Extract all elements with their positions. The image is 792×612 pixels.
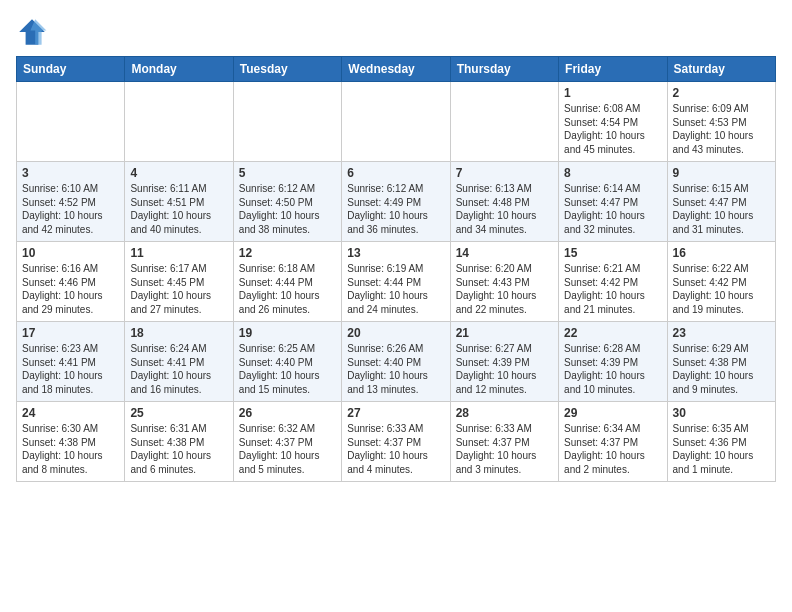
page-header xyxy=(16,16,776,48)
day-number: 6 xyxy=(347,166,444,180)
day-number: 7 xyxy=(456,166,553,180)
cell-info: Sunrise: 6:30 AM Sunset: 4:38 PM Dayligh… xyxy=(22,422,119,476)
logo xyxy=(16,16,52,48)
calendar-cell: 27Sunrise: 6:33 AM Sunset: 4:37 PM Dayli… xyxy=(342,402,450,482)
calendar-table: SundayMondayTuesdayWednesdayThursdayFrid… xyxy=(16,56,776,482)
day-number: 11 xyxy=(130,246,227,260)
calendar-cell: 6Sunrise: 6:12 AM Sunset: 4:49 PM Daylig… xyxy=(342,162,450,242)
day-number: 20 xyxy=(347,326,444,340)
calendar-cell: 17Sunrise: 6:23 AM Sunset: 4:41 PM Dayli… xyxy=(17,322,125,402)
calendar-cell: 8Sunrise: 6:14 AM Sunset: 4:47 PM Daylig… xyxy=(559,162,667,242)
day-number: 12 xyxy=(239,246,336,260)
day-number: 22 xyxy=(564,326,661,340)
cell-info: Sunrise: 6:17 AM Sunset: 4:45 PM Dayligh… xyxy=(130,262,227,316)
day-number: 29 xyxy=(564,406,661,420)
day-number: 2 xyxy=(673,86,770,100)
day-number: 8 xyxy=(564,166,661,180)
weekday-header: Saturday xyxy=(667,57,775,82)
calendar-cell xyxy=(342,82,450,162)
weekday-header: Sunday xyxy=(17,57,125,82)
calendar-cell: 15Sunrise: 6:21 AM Sunset: 4:42 PM Dayli… xyxy=(559,242,667,322)
calendar-cell: 9Sunrise: 6:15 AM Sunset: 4:47 PM Daylig… xyxy=(667,162,775,242)
calendar-cell: 13Sunrise: 6:19 AM Sunset: 4:44 PM Dayli… xyxy=(342,242,450,322)
cell-info: Sunrise: 6:23 AM Sunset: 4:41 PM Dayligh… xyxy=(22,342,119,396)
cell-info: Sunrise: 6:20 AM Sunset: 4:43 PM Dayligh… xyxy=(456,262,553,316)
weekday-header: Thursday xyxy=(450,57,558,82)
cell-info: Sunrise: 6:16 AM Sunset: 4:46 PM Dayligh… xyxy=(22,262,119,316)
day-number: 4 xyxy=(130,166,227,180)
calendar-cell: 4Sunrise: 6:11 AM Sunset: 4:51 PM Daylig… xyxy=(125,162,233,242)
day-number: 25 xyxy=(130,406,227,420)
calendar-cell: 22Sunrise: 6:28 AM Sunset: 4:39 PM Dayli… xyxy=(559,322,667,402)
cell-info: Sunrise: 6:24 AM Sunset: 4:41 PM Dayligh… xyxy=(130,342,227,396)
cell-info: Sunrise: 6:28 AM Sunset: 4:39 PM Dayligh… xyxy=(564,342,661,396)
calendar-cell: 16Sunrise: 6:22 AM Sunset: 4:42 PM Dayli… xyxy=(667,242,775,322)
calendar-cell xyxy=(450,82,558,162)
weekday-header: Friday xyxy=(559,57,667,82)
cell-info: Sunrise: 6:21 AM Sunset: 4:42 PM Dayligh… xyxy=(564,262,661,316)
weekday-header: Monday xyxy=(125,57,233,82)
day-number: 3 xyxy=(22,166,119,180)
cell-info: Sunrise: 6:34 AM Sunset: 4:37 PM Dayligh… xyxy=(564,422,661,476)
day-number: 21 xyxy=(456,326,553,340)
calendar-cell xyxy=(17,82,125,162)
calendar-cell: 26Sunrise: 6:32 AM Sunset: 4:37 PM Dayli… xyxy=(233,402,341,482)
calendar-cell: 10Sunrise: 6:16 AM Sunset: 4:46 PM Dayli… xyxy=(17,242,125,322)
cell-info: Sunrise: 6:08 AM Sunset: 4:54 PM Dayligh… xyxy=(564,102,661,156)
calendar-cell: 25Sunrise: 6:31 AM Sunset: 4:38 PM Dayli… xyxy=(125,402,233,482)
day-number: 13 xyxy=(347,246,444,260)
cell-info: Sunrise: 6:13 AM Sunset: 4:48 PM Dayligh… xyxy=(456,182,553,236)
day-number: 16 xyxy=(673,246,770,260)
calendar-cell: 29Sunrise: 6:34 AM Sunset: 4:37 PM Dayli… xyxy=(559,402,667,482)
calendar-cell: 2Sunrise: 6:09 AM Sunset: 4:53 PM Daylig… xyxy=(667,82,775,162)
cell-info: Sunrise: 6:12 AM Sunset: 4:49 PM Dayligh… xyxy=(347,182,444,236)
logo-icon xyxy=(16,16,48,48)
day-number: 15 xyxy=(564,246,661,260)
cell-info: Sunrise: 6:27 AM Sunset: 4:39 PM Dayligh… xyxy=(456,342,553,396)
weekday-header: Wednesday xyxy=(342,57,450,82)
day-number: 17 xyxy=(22,326,119,340)
calendar-cell: 20Sunrise: 6:26 AM Sunset: 4:40 PM Dayli… xyxy=(342,322,450,402)
day-number: 27 xyxy=(347,406,444,420)
calendar-cell xyxy=(125,82,233,162)
calendar-cell: 23Sunrise: 6:29 AM Sunset: 4:38 PM Dayli… xyxy=(667,322,775,402)
header-row: SundayMondayTuesdayWednesdayThursdayFrid… xyxy=(17,57,776,82)
cell-info: Sunrise: 6:10 AM Sunset: 4:52 PM Dayligh… xyxy=(22,182,119,236)
cell-info: Sunrise: 6:11 AM Sunset: 4:51 PM Dayligh… xyxy=(130,182,227,236)
calendar-cell: 12Sunrise: 6:18 AM Sunset: 4:44 PM Dayli… xyxy=(233,242,341,322)
day-number: 24 xyxy=(22,406,119,420)
calendar-cell: 21Sunrise: 6:27 AM Sunset: 4:39 PM Dayli… xyxy=(450,322,558,402)
calendar-cell: 14Sunrise: 6:20 AM Sunset: 4:43 PM Dayli… xyxy=(450,242,558,322)
day-number: 28 xyxy=(456,406,553,420)
cell-info: Sunrise: 6:35 AM Sunset: 4:36 PM Dayligh… xyxy=(673,422,770,476)
day-number: 18 xyxy=(130,326,227,340)
calendar-week-row: 17Sunrise: 6:23 AM Sunset: 4:41 PM Dayli… xyxy=(17,322,776,402)
calendar-cell: 24Sunrise: 6:30 AM Sunset: 4:38 PM Dayli… xyxy=(17,402,125,482)
day-number: 5 xyxy=(239,166,336,180)
cell-info: Sunrise: 6:33 AM Sunset: 4:37 PM Dayligh… xyxy=(347,422,444,476)
cell-info: Sunrise: 6:29 AM Sunset: 4:38 PM Dayligh… xyxy=(673,342,770,396)
day-number: 10 xyxy=(22,246,119,260)
day-number: 9 xyxy=(673,166,770,180)
cell-info: Sunrise: 6:26 AM Sunset: 4:40 PM Dayligh… xyxy=(347,342,444,396)
day-number: 30 xyxy=(673,406,770,420)
calendar-week-row: 10Sunrise: 6:16 AM Sunset: 4:46 PM Dayli… xyxy=(17,242,776,322)
calendar-cell: 1Sunrise: 6:08 AM Sunset: 4:54 PM Daylig… xyxy=(559,82,667,162)
calendar-cell: 30Sunrise: 6:35 AM Sunset: 4:36 PM Dayli… xyxy=(667,402,775,482)
calendar-week-row: 24Sunrise: 6:30 AM Sunset: 4:38 PM Dayli… xyxy=(17,402,776,482)
calendar-cell: 28Sunrise: 6:33 AM Sunset: 4:37 PM Dayli… xyxy=(450,402,558,482)
calendar-cell: 18Sunrise: 6:24 AM Sunset: 4:41 PM Dayli… xyxy=(125,322,233,402)
calendar-week-row: 3Sunrise: 6:10 AM Sunset: 4:52 PM Daylig… xyxy=(17,162,776,242)
day-number: 26 xyxy=(239,406,336,420)
cell-info: Sunrise: 6:22 AM Sunset: 4:42 PM Dayligh… xyxy=(673,262,770,316)
day-number: 1 xyxy=(564,86,661,100)
calendar-cell: 7Sunrise: 6:13 AM Sunset: 4:48 PM Daylig… xyxy=(450,162,558,242)
calendar-cell: 19Sunrise: 6:25 AM Sunset: 4:40 PM Dayli… xyxy=(233,322,341,402)
calendar-week-row: 1Sunrise: 6:08 AM Sunset: 4:54 PM Daylig… xyxy=(17,82,776,162)
cell-info: Sunrise: 6:33 AM Sunset: 4:37 PM Dayligh… xyxy=(456,422,553,476)
day-number: 19 xyxy=(239,326,336,340)
cell-info: Sunrise: 6:15 AM Sunset: 4:47 PM Dayligh… xyxy=(673,182,770,236)
calendar-cell: 5Sunrise: 6:12 AM Sunset: 4:50 PM Daylig… xyxy=(233,162,341,242)
cell-info: Sunrise: 6:18 AM Sunset: 4:44 PM Dayligh… xyxy=(239,262,336,316)
cell-info: Sunrise: 6:19 AM Sunset: 4:44 PM Dayligh… xyxy=(347,262,444,316)
